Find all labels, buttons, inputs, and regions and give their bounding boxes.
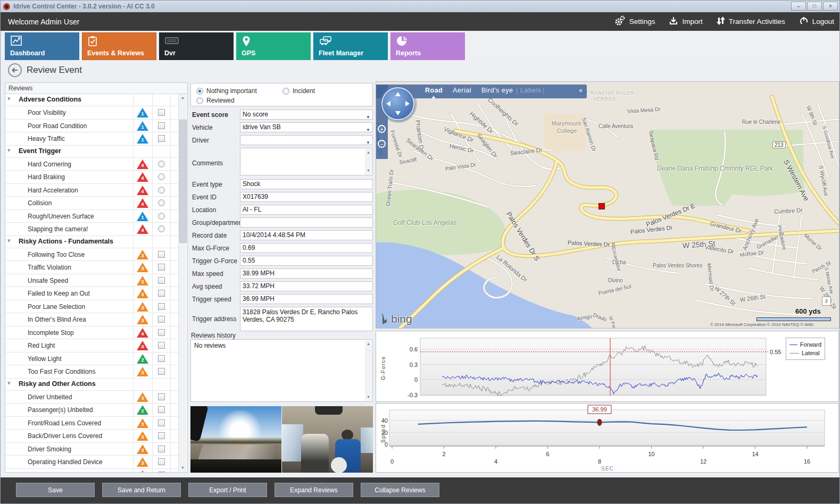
item-checkbox[interactable]: [158, 342, 165, 349]
expand-reviews-button[interactable]: Expand Reviews: [275, 483, 353, 497]
radio-icon[interactable]: [196, 97, 203, 104]
status-option-reviewed[interactable]: Reviewed: [196, 97, 235, 104]
status-option-incident[interactable]: Incident: [282, 87, 315, 95]
item-checkbox[interactable]: [158, 277, 165, 284]
tab-events-reviews[interactable]: Events & Reviews: [82, 32, 156, 60]
item-checkbox[interactable]: [158, 406, 165, 413]
item-radio[interactable]: [158, 213, 165, 220]
tree-item-row[interactable]: Driver Smoking3: [5, 443, 187, 456]
tree-item-row[interactable]: Front/Road Lens Covered3: [5, 417, 187, 430]
avg-speed-field[interactable]: 33.72 MPH: [240, 281, 373, 291]
collapse-reviews-button[interactable]: Collapse Reviews: [361, 483, 439, 497]
trigger-speed-field[interactable]: 36.99 MPH: [240, 294, 373, 304]
pan-down-icon[interactable]: [395, 111, 401, 115]
collapse-icon[interactable]: ▾: [7, 380, 11, 387]
collapse-icon[interactable]: ▾: [7, 237, 11, 244]
tree-group-row[interactable]: ▾Risky Actions - Fundamentals: [5, 236, 187, 248]
zoom-in-button[interactable]: +: [378, 125, 386, 133]
export-print-button[interactable]: Export / Print: [188, 483, 267, 497]
max-speed-field[interactable]: 38.99 MPH: [240, 268, 373, 279]
group-department-field[interactable]: [240, 217, 373, 228]
scroll-down-icon[interactable]: ▼: [365, 393, 372, 401]
item-checkbox[interactable]: [158, 264, 165, 271]
maximize-button[interactable]: □: [807, 2, 822, 11]
minimize-button[interactable]: –: [791, 2, 806, 11]
video-frame-cabin[interactable]: [282, 406, 373, 473]
tree-item-row[interactable]: Back/Driver Lens Covered3: [5, 430, 187, 443]
radio-icon[interactable]: [196, 88, 203, 95]
tree-item-row[interactable]: Tampering/Abusing Equipment4: [5, 469, 187, 473]
status-option-nothing-important[interactable]: Nothing important: [196, 87, 257, 95]
pan-up-icon[interactable]: [395, 92, 401, 96]
item-checkbox[interactable]: [158, 355, 165, 362]
tree-group-row[interactable]: ▾Event Trigger: [5, 146, 187, 158]
back-button[interactable]: [7, 63, 22, 78]
tree-item-row[interactable]: In Other's Blind Area3: [5, 313, 187, 326]
tree-item-row[interactable]: Driver Unbelted3: [5, 391, 187, 404]
item-radio[interactable]: [158, 161, 165, 167]
scroll-down-icon[interactable]: ▼: [365, 167, 372, 174]
tree-item-row[interactable]: Poor Road Condition1: [5, 120, 187, 133]
scrollbar-thumb[interactable]: [179, 120, 187, 243]
item-checkbox[interactable]: [158, 446, 165, 452]
event-score-dropdown[interactable]: No score▼: [240, 110, 373, 120]
save-and-return-button[interactable]: Save and Return: [102, 483, 181, 497]
item-checkbox[interactable]: [158, 329, 165, 336]
tree-item-row[interactable]: Hard Cornering4: [5, 158, 187, 171]
tree-item-row[interactable]: Following Too Close3: [5, 248, 187, 262]
item-checkbox[interactable]: [158, 472, 165, 473]
logout-button[interactable]: Logout: [799, 16, 834, 27]
settings-button[interactable]: Settings: [614, 15, 655, 28]
tree-item-row[interactable]: Incomplete Stop4: [5, 326, 187, 340]
map-pan-control[interactable]: [381, 87, 414, 120]
tree-item-row[interactable]: Hard Acceleration4: [5, 184, 187, 197]
tab-dashboard[interactable]: Dashboard: [5, 32, 79, 60]
item-checkbox[interactable]: [158, 419, 165, 426]
item-checkbox[interactable]: [158, 458, 165, 465]
tree-item-row[interactable]: Red Light4: [5, 339, 187, 352]
tab-gps[interactable]: GPS: [236, 32, 311, 60]
collapse-icon[interactable]: ▾: [7, 147, 11, 154]
item-checkbox[interactable]: [158, 122, 165, 129]
trigger-g-force-field[interactable]: 0.55: [240, 256, 373, 266]
tree-group-row[interactable]: ▾Adverse Conditions: [5, 94, 187, 106]
item-radio[interactable]: [158, 187, 165, 194]
tree-item-row[interactable]: Poor Lane Selection3: [5, 300, 187, 314]
map-view-bird-s-eye[interactable]: Bird's eye: [481, 87, 513, 94]
map-view-aerial[interactable]: Aerial: [453, 87, 471, 94]
textarea-scrollbar[interactable]: ▲▼: [365, 149, 372, 174]
transfer-activities-button[interactable]: Transfer Activities: [717, 16, 785, 27]
event-type-field[interactable]: Shock: [240, 179, 373, 189]
map-collapse-button[interactable]: «: [579, 87, 583, 94]
item-checkbox[interactable]: [158, 251, 165, 258]
item-radio[interactable]: [158, 225, 165, 232]
map-view-road[interactable]: Road: [425, 87, 443, 94]
reviews-tree-scrollbar[interactable]: ▲ ▼: [178, 94, 187, 472]
scroll-up-icon[interactable]: ▲: [365, 149, 372, 156]
item-checkbox[interactable]: [158, 303, 165, 310]
tree-item-row[interactable]: Unsafe Speed3: [5, 274, 187, 288]
item-checkbox[interactable]: [158, 290, 165, 297]
event-id-field[interactable]: X017639: [240, 192, 373, 202]
import-button[interactable]: Import: [669, 16, 702, 27]
pan-left-icon[interactable]: [386, 101, 390, 106]
item-radio[interactable]: [158, 199, 165, 206]
zoom-out-button[interactable]: −: [378, 140, 386, 148]
tab-dvr[interactable]: Dvr: [159, 32, 234, 60]
tree-item-row[interactable]: Hard Braking4: [5, 171, 187, 184]
trigger-address-field[interactable]: 31828 Palos Verdes Dr E, Rancho Palos Ve…: [240, 307, 373, 331]
close-button[interactable]: ×: [823, 2, 838, 11]
tree-item-row[interactable]: Rough/Uneven Surface1: [5, 210, 187, 223]
tree-group-row[interactable]: ▾Risky and Other Actions: [5, 379, 187, 391]
tree-item-row[interactable]: Traffic Violation3: [5, 261, 187, 274]
item-radio[interactable]: [158, 173, 165, 180]
tree-item-row[interactable]: Yellow Light2: [5, 352, 187, 366]
item-checkbox[interactable]: [158, 432, 165, 439]
tree-item-row[interactable]: Collision4: [5, 197, 187, 210]
item-checkbox[interactable]: [158, 135, 165, 142]
tree-item-row[interactable]: Passenger(s) Unbelted2: [5, 404, 187, 417]
vehicle-dropdown[interactable]: idrive Van SB▼: [240, 122, 373, 132]
radio-icon[interactable]: [282, 88, 289, 95]
item-checkbox[interactable]: [158, 368, 165, 375]
pan-right-icon[interactable]: [405, 101, 410, 106]
